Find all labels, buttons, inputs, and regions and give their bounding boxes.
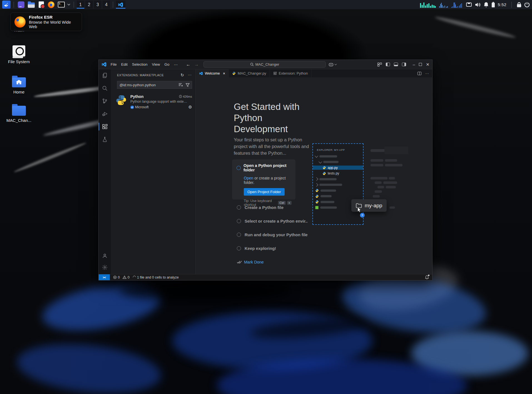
desktop-icon-label: File System <box>2 59 36 64</box>
analysis-status[interactable]: 1 file and 0 cells to analyze <box>133 275 179 279</box>
desktop-icon-home[interactable]: Home <box>2 77 36 94</box>
status-notifications-bell[interactable] <box>425 275 429 279</box>
toggle-panel-icon[interactable] <box>394 63 398 66</box>
extensions-icon[interactable] <box>101 123 108 130</box>
explorer-icon[interactable] <box>101 72 108 79</box>
split-editor-icon[interactable] <box>417 72 421 75</box>
step-create-python-file[interactable]: Create a Python file <box>237 205 284 210</box>
top-panel: $_ 1 2 3 4 <box>0 0 532 9</box>
workspace-1[interactable]: 1 <box>77 1 84 9</box>
text-editor-launcher[interactable] <box>38 1 45 8</box>
menu-edit[interactable]: Edit <box>121 62 128 67</box>
drag-label: my-app <box>365 203 382 209</box>
network-manager-icon[interactable] <box>466 2 472 7</box>
lock-icon[interactable] <box>517 2 521 8</box>
copilot-chevron-icon[interactable] <box>334 64 337 65</box>
analysis-message: 1 file and 0 cells to analyze <box>137 275 179 279</box>
testing-icon[interactable] <box>101 136 108 143</box>
tab-label: MAC_Changer.py <box>238 71 266 75</box>
tab-close-icon[interactable]: × <box>223 71 225 76</box>
mark-done-link[interactable]: Mark Done <box>237 260 264 264</box>
editor-more-actions-icon[interactable]: ··· <box>425 71 429 75</box>
kali-menu-button[interactable] <box>2 1 11 9</box>
filter-funnel-icon[interactable] <box>186 83 190 87</box>
menu-selection[interactable]: Selection <box>132 62 148 67</box>
menu-more-icon[interactable]: ⋯ <box>174 62 178 67</box>
desktop-icon-mac-changer[interactable]: MAC_Chan... <box>2 106 36 123</box>
workspace-3[interactable]: 3 <box>94 1 101 9</box>
menu-file[interactable]: File <box>111 62 117 67</box>
workspace-2[interactable]: 2 <box>85 1 93 9</box>
volume-icon[interactable] <box>475 2 481 8</box>
open-link[interactable]: Open <box>244 176 253 180</box>
clear-filter-icon[interactable] <box>178 83 183 87</box>
tab-extension-python[interactable]: Extension: Python <box>270 69 312 77</box>
power-icon[interactable] <box>524 2 530 8</box>
source-control-icon[interactable] <box>101 98 108 104</box>
step-card-open-folder[interactable]: Open a Python project folder Open or cre… <box>232 159 295 200</box>
vscode-icon <box>118 2 123 8</box>
tooltip-title: Firefox ESR <box>29 15 78 19</box>
extension-list-item-python[interactable]: Python 426ms Python language support wit… <box>111 92 195 112</box>
clock[interactable]: 5:52 <box>498 2 506 7</box>
more-actions-icon[interactable]: ··· <box>188 73 192 78</box>
terminal-launcher[interactable]: $_ <box>58 1 65 8</box>
run-debug-icon[interactable] <box>101 110 108 117</box>
customize-layout-icon[interactable] <box>377 63 382 67</box>
taskbar-vscode-window[interactable] <box>116 1 125 9</box>
step-select-environment[interactable]: Select or create a Python envir.. <box>237 219 308 223</box>
network-graph-icon[interactable] <box>451 2 463 8</box>
toggle-secondary-sidebar-icon[interactable] <box>402 63 406 66</box>
menu-go[interactable]: Go <box>165 62 170 67</box>
maximize-button[interactable] <box>419 63 422 66</box>
forward-icon[interactable]: → <box>194 62 199 67</box>
step-keep-exploring[interactable]: Keep exploring! <box>237 246 276 251</box>
terminal-dropdown-chevron-icon[interactable] <box>67 4 70 6</box>
toggle-primary-sidebar-icon[interactable] <box>386 63 390 66</box>
step-run-debug[interactable]: Run and debug your Python file <box>237 232 308 237</box>
refresh-icon[interactable]: ↻ <box>180 73 184 78</box>
extensions-sidebar: EXTENSIONS: MARKETPLACE ↻ ··· @id:ms-pyt… <box>111 69 196 274</box>
explorer-illustration: EXPLORER: MY-APP app.py tests.py <box>312 143 364 225</box>
extensions-search-value: @id:ms-python.python <box>120 83 178 87</box>
settings-gear-icon[interactable] <box>101 264 108 271</box>
battery-icon[interactable] <box>491 2 495 8</box>
memory-graph-icon[interactable] <box>439 2 448 8</box>
step-label: Create a Python file <box>245 205 284 210</box>
illustration-explorer-header: EXPLORER: MY-APP <box>317 148 363 151</box>
cpu-graph-icon[interactable] <box>420 2 436 8</box>
vscode-window: File Edit Selection View Go ⋯ ← → MAC_Ch… <box>98 60 432 280</box>
menu-view[interactable]: View <box>152 62 160 67</box>
tab-mac-changer[interactable]: MAC_Changer.py <box>229 69 270 77</box>
tab-welcome[interactable]: Welcome × <box>196 69 229 77</box>
mark-done-label: Mark Done <box>244 260 264 264</box>
drag-preview-my-app: my-app <box>351 199 387 212</box>
close-button[interactable]: ✕ <box>426 62 429 67</box>
command-center-search[interactable]: MAC_Changer <box>203 61 326 68</box>
extensions-search-input[interactable]: @id:ms-python.python <box>117 81 192 89</box>
kali-logo-icon <box>3 2 9 8</box>
panel-separator <box>74 2 74 8</box>
minimize-button[interactable]: – <box>413 62 415 67</box>
python-logo-icon <box>115 94 127 106</box>
desktop-icon-file-system[interactable]: File System <box>2 45 36 64</box>
file-manager-launcher[interactable] <box>28 1 35 8</box>
spinner-icon <box>132 275 136 279</box>
firefox-launcher[interactable] <box>48 1 55 8</box>
step-title: Open a Python project folder <box>243 163 292 172</box>
problems-indicator[interactable]: 0 0 <box>113 275 130 279</box>
workspace-4[interactable]: 4 <box>103 1 110 9</box>
illustration-file-app-py: app.py <box>313 166 363 170</box>
panel-separator <box>14 2 14 8</box>
drag-copy-plus-icon: + <box>360 213 365 218</box>
search-icon[interactable] <box>101 85 108 92</box>
tab-label: Welcome <box>205 71 220 75</box>
account-icon[interactable] <box>101 252 108 259</box>
open-project-folder-button[interactable]: Open Project Folder <box>244 188 285 196</box>
copilot-icon[interactable] <box>329 62 334 67</box>
extension-gear-icon[interactable]: ⚙ <box>188 105 192 110</box>
back-icon[interactable]: ← <box>186 62 190 67</box>
notification-bell-icon[interactable] <box>484 2 489 8</box>
remote-indicator-button[interactable]: >< <box>99 274 110 280</box>
window-manager-launcher[interactable] <box>18 1 25 8</box>
